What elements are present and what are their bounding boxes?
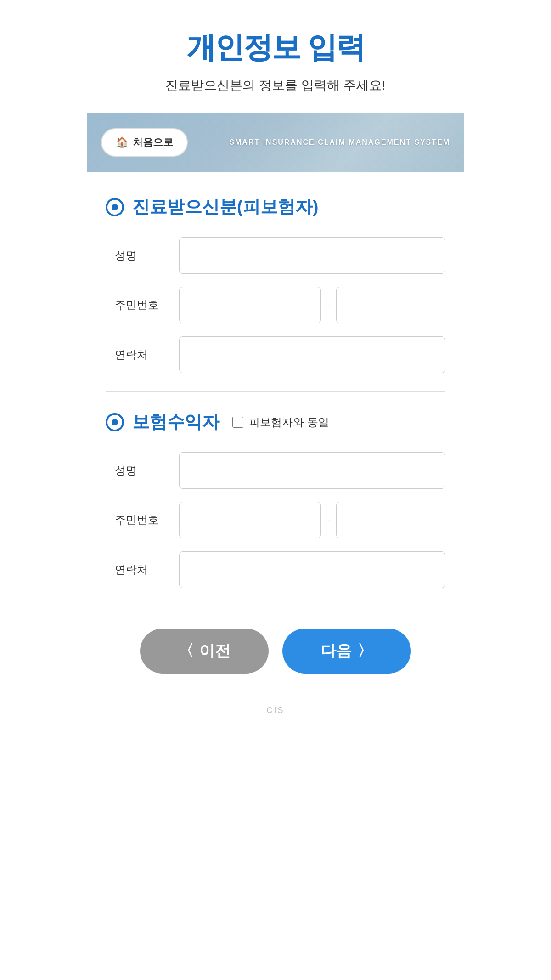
patient-icon-dot	[112, 204, 118, 210]
patient-id-separator: -	[326, 298, 331, 312]
beneficiary-icon-dot	[112, 419, 118, 425]
main-content: 진료받으신분(피보험자) 성명 주민번호 - 연락처 보험수익자	[87, 195, 464, 588]
home-button[interactable]: 🏠 처음으로	[101, 128, 188, 157]
patient-section-title: 진료받으신분(피보험자)	[132, 195, 318, 219]
patient-contact-label: 연락처	[106, 347, 179, 362]
patient-contact-input[interactable]	[179, 336, 445, 373]
beneficiary-contact-group: 연락처	[106, 551, 445, 588]
system-title: SMART INSURANCE CLAIM MANAGEMENT SYSTEM	[229, 138, 450, 147]
beneficiary-section-title: 보험수익자	[132, 410, 219, 434]
page-subtitle: 진료받으신분의 정보를 입력해 주세요!	[106, 77, 445, 94]
patient-contact-group: 연락처	[106, 336, 445, 373]
prev-label: 이전	[199, 640, 231, 662]
next-button[interactable]: 다음 〉	[282, 629, 411, 674]
beneficiary-id-first-input[interactable]	[179, 502, 321, 538]
prev-button[interactable]: 〈 이전	[140, 629, 269, 674]
next-label: 다음	[320, 640, 352, 662]
patient-id-first-input[interactable]	[179, 287, 321, 323]
same-as-wrapper: 피보험자와 동일	[232, 415, 329, 430]
next-icon: 〉	[357, 640, 373, 662]
beneficiary-id-label: 주민번호	[106, 513, 179, 527]
patient-section-header: 진료받으신분(피보험자)	[106, 195, 445, 219]
same-as-checkbox[interactable]	[232, 417, 243, 428]
beneficiary-name-group: 성명	[106, 452, 445, 489]
patient-name-input[interactable]	[179, 237, 445, 274]
beneficiary-name-input[interactable]	[179, 452, 445, 489]
cis-watermark: CIS	[266, 706, 284, 715]
beneficiary-contact-input[interactable]	[179, 551, 445, 588]
page-title: 개인정보 입력	[106, 28, 445, 68]
beneficiary-id-separator: -	[326, 513, 331, 527]
patient-id-second-input[interactable]	[336, 287, 464, 323]
beneficiary-section-header: 보험수익자 피보험자와 동일	[106, 410, 445, 434]
beneficiary-contact-label: 연락처	[106, 562, 179, 577]
beneficiary-section-icon	[106, 413, 124, 431]
patient-id-label: 주민번호	[106, 298, 179, 312]
nav-buttons: 〈 이전 다음 〉	[87, 601, 464, 692]
header-section: 개인정보 입력 진료받으신분의 정보를 입력해 주세요!	[87, 0, 464, 113]
banner-section: 🏠 처음으로 SMART INSURANCE CLAIM MANAGEMENT …	[87, 113, 464, 172]
patient-name-group: 성명	[106, 237, 445, 274]
beneficiary-id-number-group: -	[179, 502, 464, 538]
same-as-label: 피보험자와 동일	[249, 415, 329, 430]
beneficiary-id-second-input[interactable]	[336, 502, 464, 538]
patient-id-number-group: -	[179, 287, 464, 323]
patient-section-icon	[106, 198, 124, 216]
patient-name-label: 성명	[106, 248, 179, 263]
home-button-label: 처음으로	[133, 136, 173, 149]
page-wrapper: 개인정보 입력 진료받으신분의 정보를 입력해 주세요! 🏠 처음으로 SMAR…	[87, 0, 464, 757]
patient-id-group: 주민번호 -	[106, 287, 445, 323]
home-icon: 🏠	[116, 136, 128, 148]
beneficiary-name-label: 성명	[106, 463, 179, 478]
footer-watermark: CIS	[87, 692, 464, 729]
beneficiary-id-group: 주민번호 -	[106, 502, 445, 538]
section-divider	[106, 391, 445, 392]
prev-icon: 〈	[178, 640, 194, 662]
